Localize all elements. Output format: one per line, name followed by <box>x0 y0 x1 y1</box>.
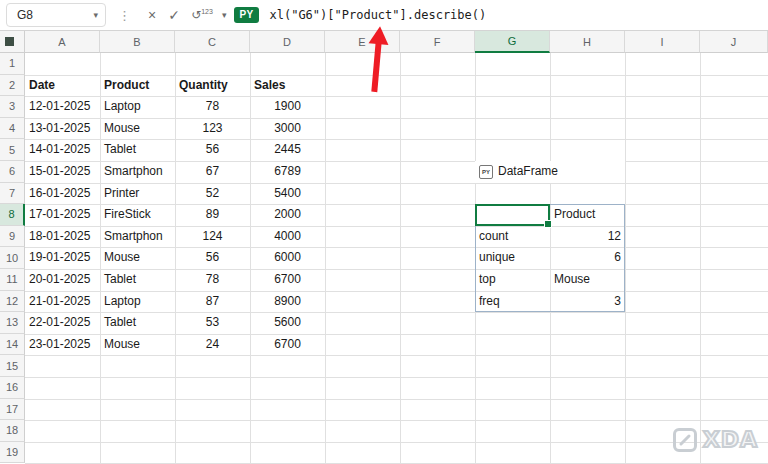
cell-A3[interactable]: 12-01-2025 <box>25 96 100 118</box>
cell-B5[interactable]: Tablet <box>100 139 175 161</box>
cell-B14[interactable]: Mouse <box>100 334 175 356</box>
row-header-5[interactable]: 5 <box>0 139 25 161</box>
name-box[interactable]: G8 ▾ <box>6 3 106 27</box>
cell-C5[interactable]: 56 <box>175 139 250 161</box>
cell-C9[interactable]: 124 <box>175 226 250 248</box>
cell-B3[interactable]: Laptop <box>100 96 175 118</box>
row-header-13[interactable]: 13 <box>0 312 25 334</box>
cell-B13[interactable]: Tablet <box>100 312 175 334</box>
column-header-I[interactable]: I <box>625 31 700 53</box>
cell-H10[interactable]: 6 <box>550 247 625 269</box>
cell-C12[interactable]: 87 <box>175 291 250 313</box>
row-header-7[interactable]: 7 <box>0 183 25 205</box>
chevron-down-icon[interactable]: ▾ <box>222 10 227 20</box>
row-header-12[interactable]: 12 <box>0 291 25 313</box>
row-header-8[interactable]: 8 <box>0 204 25 226</box>
row-header-9[interactable]: 9 <box>0 226 25 248</box>
cell-B8[interactable]: FireStick <box>100 204 175 226</box>
cell-B6[interactable]: Smartphon <box>100 161 175 183</box>
cell-D13[interactable]: 5600 <box>250 312 325 334</box>
row-header-18[interactable]: 18 <box>0 420 25 442</box>
cell-C4[interactable]: 123 <box>175 118 250 140</box>
vertical-dots-icon[interactable]: ⋮ <box>118 8 131 23</box>
cell-D4[interactable]: 3000 <box>250 118 325 140</box>
cell-C14[interactable]: 24 <box>175 334 250 356</box>
cell-D12[interactable]: 8900 <box>250 291 325 313</box>
cell-A14[interactable]: 23-01-2025 <box>25 334 100 356</box>
cell-D9[interactable]: 4000 <box>250 226 325 248</box>
column-header-H[interactable]: H <box>550 31 625 53</box>
cell-G11[interactable]: top <box>475 269 550 291</box>
cell-H12[interactable]: 3 <box>550 291 625 313</box>
cell-A12[interactable]: 21-01-2025 <box>25 291 100 313</box>
cell-A13[interactable]: 22-01-2025 <box>25 312 100 334</box>
cell-B10[interactable]: Mouse <box>100 247 175 269</box>
cell-G12[interactable]: freq <box>475 291 550 313</box>
row-header-6[interactable]: 6 <box>0 161 25 183</box>
row-header-14[interactable]: 14 <box>0 334 25 356</box>
row-header-3[interactable]: 3 <box>0 96 25 118</box>
cell-B11[interactable]: Tablet <box>100 269 175 291</box>
cell-G10[interactable]: unique <box>475 247 550 269</box>
cell-D10[interactable]: 6000 <box>250 247 325 269</box>
row-header-16[interactable]: 16 <box>0 377 25 399</box>
cell-H9[interactable]: 12 <box>550 226 625 248</box>
cell-C13[interactable]: 53 <box>175 312 250 334</box>
cell-B12[interactable]: Laptop <box>100 291 175 313</box>
cell-D14[interactable]: 6700 <box>250 334 325 356</box>
cell-D6[interactable]: 6789 <box>250 161 325 183</box>
row-header-1[interactable]: 1 <box>0 53 25 75</box>
python-badge[interactable]: PY <box>234 7 260 23</box>
chevron-down-icon[interactable]: ▾ <box>93 10 98 20</box>
cell-A9[interactable]: 18-01-2025 <box>25 226 100 248</box>
cell-B4[interactable]: Mouse <box>100 118 175 140</box>
row-header-11[interactable]: 11 <box>0 269 25 291</box>
row-header-17[interactable]: 17 <box>0 399 25 421</box>
cell-D3[interactable]: 1900 <box>250 96 325 118</box>
cell-G6[interactable]: PYDataFrame <box>475 161 625 183</box>
cell-C10[interactable]: 56 <box>175 247 250 269</box>
cell-H8[interactable]: Product <box>550 204 625 226</box>
cell-G9[interactable]: count <box>475 226 550 248</box>
cell-C3[interactable]: 78 <box>175 96 250 118</box>
excel-values-123-icon[interactable]: ↺123 <box>185 8 219 22</box>
column-header-J[interactable]: J <box>700 31 768 53</box>
cell-A7[interactable]: 16-01-2025 <box>25 183 100 205</box>
select-all-button[interactable] <box>0 31 25 53</box>
cell-D7[interactable]: 5400 <box>250 183 325 205</box>
cell-C2[interactable]: Quantity <box>175 75 250 97</box>
cell-B2[interactable]: Product <box>100 75 175 97</box>
column-header-D[interactable]: D <box>250 31 325 53</box>
cell-C6[interactable]: 67 <box>175 161 250 183</box>
cell-B7[interactable]: Printer <box>100 183 175 205</box>
cell-A6[interactable]: 15-01-2025 <box>25 161 100 183</box>
cell-A4[interactable]: 13-01-2025 <box>25 118 100 140</box>
row-header-2[interactable]: 2 <box>0 75 25 97</box>
column-header-F[interactable]: F <box>400 31 475 53</box>
cell-C11[interactable]: 78 <box>175 269 250 291</box>
cell-D11[interactable]: 6700 <box>250 269 325 291</box>
cell-A11[interactable]: 20-01-2025 <box>25 269 100 291</box>
cell-A2[interactable]: Date <box>25 75 100 97</box>
cell-D5[interactable]: 2445 <box>250 139 325 161</box>
column-header-B[interactable]: B <box>100 31 175 53</box>
cancel-button[interactable]: × <box>141 7 163 23</box>
column-header-C[interactable]: C <box>175 31 250 53</box>
cell-A8[interactable]: 17-01-2025 <box>25 204 100 226</box>
row-header-19[interactable]: 19 <box>0 442 25 464</box>
cell-A10[interactable]: 19-01-2025 <box>25 247 100 269</box>
cell-B9[interactable]: Smartphon <box>100 226 175 248</box>
formula-input[interactable]: xl("G6")["Product"].describe() <box>269 8 486 22</box>
cell-H11[interactable]: Mouse <box>550 269 625 291</box>
cell-A5[interactable]: 14-01-2025 <box>25 139 100 161</box>
column-header-G[interactable]: G <box>475 31 550 53</box>
enter-button[interactable]: ✓ <box>163 7 185 23</box>
row-header-10[interactable]: 10 <box>0 247 25 269</box>
row-header-4[interactable]: 4 <box>0 118 25 140</box>
cell-D2[interactable]: Sales <box>250 75 325 97</box>
cell-C7[interactable]: 52 <box>175 183 250 205</box>
cell-C8[interactable]: 89 <box>175 204 250 226</box>
cell-D8[interactable]: 2000 <box>250 204 325 226</box>
row-header-15[interactable]: 15 <box>0 355 25 377</box>
column-header-A[interactable]: A <box>25 31 100 53</box>
